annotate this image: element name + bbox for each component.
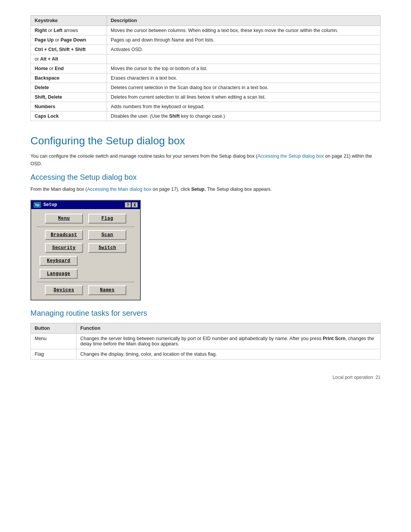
table-row: Numbers Adds numbers from the keyboard o…: [31, 102, 381, 112]
dialog-help-button[interactable]: ?: [125, 202, 131, 208]
language-button[interactable]: Language: [40, 269, 78, 279]
desc-cell: Deletes from current selection to all li…: [107, 93, 381, 102]
table-row: Caps Lock Disables the user. (Use the Sh…: [31, 112, 381, 121]
access-text-final: The Setup dialog box appears.: [206, 187, 272, 192]
key-cell: Numbers: [31, 102, 107, 112]
desc-cell: Adds numbers from the keyboard or keypad…: [107, 102, 381, 112]
security-button[interactable]: Security: [45, 243, 83, 253]
table-row: Flag Changes the display, timing, color,…: [31, 349, 381, 359]
dialog-body: Menu Flag Broadcast Scan Security Switch…: [31, 209, 140, 300]
button-cell: Menu: [31, 334, 76, 349]
table-row: Shift, Delete Deletes from current selec…: [31, 93, 381, 102]
function-cell: Changes the display, timing, color, and …: [76, 349, 381, 359]
key-cell: Ctrl + Ctrl, Shift + Shift: [31, 45, 107, 54]
managing-section-heading: Managing routine tasks for servers: [30, 309, 381, 318]
titlebar-controls: ? X: [125, 202, 138, 208]
dialog-row-language: Language: [37, 269, 135, 279]
key-cell: Backspace: [31, 73, 107, 83]
dialog-title: Setup: [43, 202, 57, 208]
devices-button[interactable]: Devices: [45, 285, 83, 295]
key-cell: Caps Lock: [31, 112, 107, 121]
hp-logo-icon: hp: [33, 202, 41, 208]
names-button[interactable]: Names: [88, 285, 126, 295]
flag-button[interactable]: Flag: [88, 214, 126, 224]
dialog-separator-1: [37, 227, 135, 227]
dialog-titlebar: hp Setup ? X: [31, 201, 140, 209]
managing-table: Button Function Menu Changes the server …: [30, 323, 381, 359]
description-col-header: Description: [107, 16, 381, 26]
intro-text-pre: You can configure the console switch and…: [30, 153, 257, 159]
dialog-row-security-switch: Security Switch: [37, 243, 135, 253]
table-row: Delete Deletes current selection in the …: [31, 83, 381, 93]
desc-cell: Disables the user. (Use the Shift key to…: [107, 112, 381, 121]
table-row: Backspace Erases characters in a text bo…: [31, 73, 381, 83]
desc-cell: Pages up and down through Name and Port …: [107, 35, 381, 45]
dialog-close-button[interactable]: X: [132, 202, 138, 208]
keystroke-col-header: Keystroke: [31, 16, 107, 26]
table-row: or Alt + Alt: [31, 54, 381, 64]
dialog-row-keyboard: Keyboard: [37, 256, 135, 266]
key-cell: Home or End: [31, 64, 107, 73]
menu-button[interactable]: Menu: [45, 214, 83, 224]
function-col-header: Function: [76, 323, 381, 334]
intro-text2: on page: [324, 153, 344, 159]
print-scrn-bold: Print Scrn: [323, 336, 346, 341]
key-cell: Page Up or Page Down: [31, 35, 107, 45]
page-footer: Local port operation 21: [30, 375, 381, 380]
dialog-row-broadcast-scan: Broadcast Scan: [37, 230, 135, 240]
table-row: Page Up or Page Down Pages up and down t…: [31, 35, 381, 45]
function-text-pre: Changes the server listing between numer…: [80, 336, 323, 341]
footer-text: Local port operation: [333, 375, 373, 380]
main-dialog-link[interactable]: Accessing the Main dialog box: [87, 187, 151, 192]
titlebar-left: hp Setup: [33, 202, 57, 208]
table-row: Right or Left arrows Moves the cursor be…: [31, 26, 381, 35]
table-row: Ctrl + Ctrl, Shift + Shift Activates OSD…: [31, 45, 381, 54]
subsection-heading: Accessing the Setup dialog box: [30, 173, 381, 182]
switch-button[interactable]: Switch: [88, 243, 126, 253]
key-cell: Right or Left arrows: [31, 26, 107, 35]
desc-cell: Deletes current selection in the Scan di…: [107, 83, 381, 93]
desc-cell: Erases characters in a text box.: [107, 73, 381, 83]
access-page: 17: [171, 187, 177, 192]
table-row: Home or End Moves the cursor to the top …: [31, 64, 381, 73]
dialog-row-menu-flag: Menu Flag: [37, 214, 135, 224]
access-paragraph: From the Main dialog box (Accessing the …: [30, 185, 381, 193]
key-cell: Shift, Delete: [31, 93, 107, 102]
desc-cell: [107, 54, 381, 64]
keystroke-table: Keystroke Description Right or Left arro…: [30, 15, 381, 121]
button-cell: Flag: [31, 349, 76, 359]
intro-page: 21: [344, 153, 349, 159]
access-text-post: on page: [151, 187, 171, 192]
dialog-separator-2: [37, 282, 135, 282]
desc-cell: Moves the cursor to the top or bottom of…: [107, 64, 381, 73]
table-row: Menu Changes the server listing between …: [31, 334, 381, 349]
main-section-heading: Configuring the Setup dialog box: [30, 135, 381, 147]
dialog-row-devices-names: Devices Names: [37, 285, 135, 295]
setup-dialog-simulation: hp Setup ? X Menu Flag Broadcast Scan Se…: [30, 200, 141, 300]
intro-paragraph: You can configure the console switch and…: [30, 152, 381, 168]
function-cell: Changes the server listing between numer…: [76, 334, 381, 349]
broadcast-button[interactable]: Broadcast: [45, 230, 83, 240]
access-text-end: ), click: [177, 187, 191, 192]
access-bold: Setup.: [191, 187, 206, 192]
setup-dialog-link[interactable]: Accessing the Setup dialog box: [257, 153, 323, 159]
access-text-pre: From the Main dialog box (: [30, 187, 87, 192]
desc-cell: Moves the cursor between columns. When e…: [107, 26, 381, 35]
button-col-header: Button: [31, 323, 76, 334]
footer-page: 21: [376, 375, 381, 380]
desc-cell: Activates OSD.: [107, 45, 381, 54]
key-cell: or Alt + Alt: [31, 54, 107, 64]
key-cell: Delete: [31, 83, 107, 93]
keyboard-button[interactable]: Keyboard: [40, 256, 78, 266]
scan-button[interactable]: Scan: [88, 230, 126, 240]
